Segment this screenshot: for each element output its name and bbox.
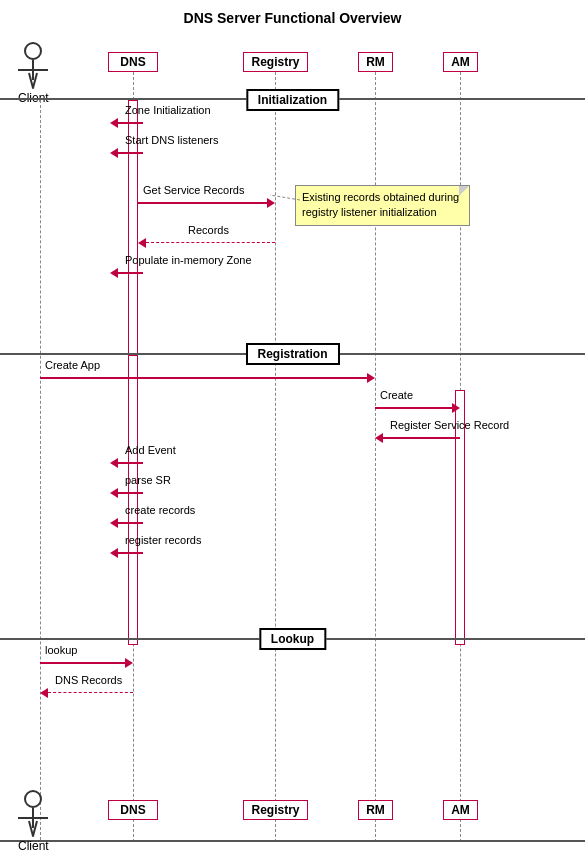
rm-box-bottom: RM [358,800,393,820]
client-actor-top: Client [18,42,49,105]
note-existing-records: Existing records obtained during registr… [295,185,470,226]
client-label-bottom: Client [18,839,49,853]
msg-create: Create [375,403,460,413]
msg-parse-sr: parse SR [110,488,143,498]
page-title: DNS Server Functional Overview [0,0,585,26]
registry-box-bottom: Registry [243,800,308,820]
am-box-top: AM [443,52,478,72]
msg-zone-init: Zone Initialization [110,118,143,128]
section-registration: Registration [245,343,339,365]
msg-populate: Populate in-memory Zone [110,268,143,278]
msg-create-records: create records [110,518,143,528]
diagram: DNS Server Functional Overview Client DN… [0,0,585,867]
svg-line-0 [270,195,300,200]
msg-dns-records: DNS Records [40,688,133,698]
separator-bottom [0,840,585,842]
msg-add-event: Add Event [110,458,143,468]
am-box-bottom: AM [443,800,478,820]
dns-box-top: DNS [108,52,158,72]
client-actor-bottom: Client [18,790,49,853]
activation-dns-reg [128,355,138,645]
msg-register-records: register records [110,548,143,558]
msg-register-service-record: Register Service Record [375,433,460,443]
note-connector [270,185,300,215]
msg-get-service-records: Get Service Records [138,198,275,208]
section-initialization: Initialization [246,89,339,111]
msg-start-dns: Start DNS listeners [110,148,143,158]
dns-box-bottom: DNS [108,800,158,820]
msg-create-app: Create App [40,373,375,383]
msg-lookup: lookup [40,658,133,668]
registry-box-top: Registry [243,52,308,72]
msg-records: Records [138,238,275,248]
rm-box-top: RM [358,52,393,72]
section-lookup: Lookup [259,628,326,650]
lifeline-client [40,100,41,840]
